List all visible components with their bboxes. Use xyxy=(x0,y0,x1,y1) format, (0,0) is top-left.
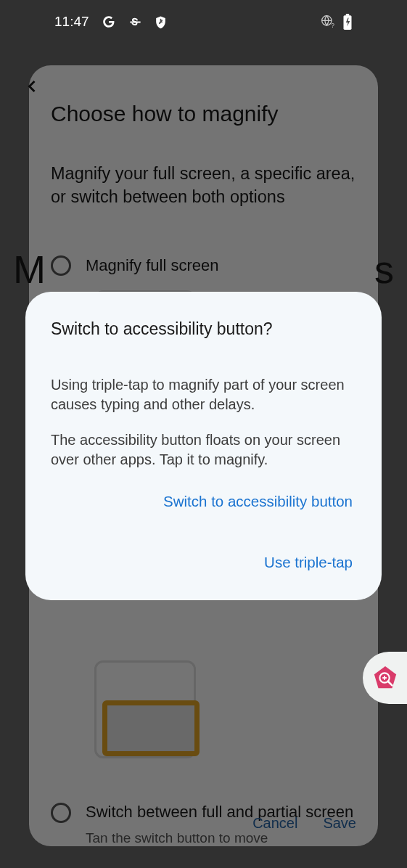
dialog-paragraph-2: The accessibility button floats on your … xyxy=(51,430,356,470)
status-left: 11:47 xyxy=(54,14,168,30)
globe-question-icon: ? xyxy=(321,15,335,29)
status-time: 11:47 xyxy=(54,14,89,30)
svg-text:?: ? xyxy=(331,22,334,29)
battery-charging-icon xyxy=(342,14,353,30)
confirmation-dialog: Switch to accessibility button? Using tr… xyxy=(25,292,382,600)
use-triple-tap-button[interactable]: Use triple-tap xyxy=(51,546,356,578)
svg-rect-4 xyxy=(346,14,349,16)
magnify-plus-icon xyxy=(371,665,399,691)
dialog-title: Switch to accessibility button? xyxy=(51,319,356,339)
dialog-paragraph-1: Using triple-tap to magnify part of your… xyxy=(51,375,356,414)
google-icon xyxy=(101,14,117,30)
status-bar: 11:47 ? xyxy=(0,0,407,44)
status-right: ? xyxy=(321,14,353,30)
s-circle-icon xyxy=(128,15,142,29)
switch-to-accessibility-button[interactable]: Switch to accessibility button xyxy=(51,486,356,517)
shield-icon xyxy=(154,15,168,29)
